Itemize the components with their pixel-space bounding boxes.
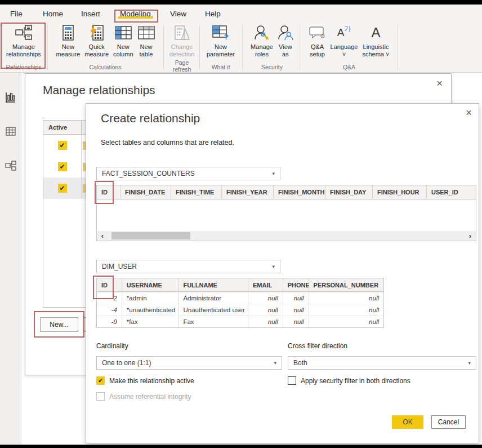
- fact-table-body: [97, 199, 476, 231]
- scrollbar-thumb[interactable]: [111, 232, 190, 239]
- tab-file[interactable]: File: [10, 7, 23, 20]
- new-column-button[interactable]: Newcolumn: [111, 23, 135, 59]
- cancel-button[interactable]: Cancel: [431, 415, 466, 429]
- selected-tab-underline: [118, 16, 153, 19]
- cell-email: null: [248, 292, 283, 304]
- cell-personal-number: null: [309, 304, 383, 316]
- fact-col-header[interactable]: FINISH_TIME: [171, 185, 222, 199]
- table-row[interactable]: -4 *unauthenticated Unauthenticated user…: [97, 304, 383, 316]
- button-label: Quickmeasure: [84, 43, 109, 58]
- fact-col-header[interactable]: FINISH_MONTH: [274, 185, 325, 199]
- button-label: Viewas: [279, 43, 292, 58]
- ribbon-group-security: Manageroles Viewas Security: [246, 19, 298, 73]
- cross-filter-select[interactable]: Both ▾: [288, 356, 476, 370]
- dim-col-header[interactable]: EMAIL: [248, 278, 283, 291]
- fact-col-header[interactable]: FINISH_YEAR: [222, 185, 274, 199]
- svg-text:?: ?: [224, 33, 229, 40]
- model-view-icon[interactable]: [5, 160, 16, 171]
- tab-home[interactable]: Home: [43, 7, 63, 20]
- manage-roles-button[interactable]: Manageroles: [249, 23, 275, 59]
- horizontal-scrollbar[interactable]: ‹ ›: [97, 231, 476, 241]
- fact-col-header[interactable]: FINISH_DAY: [325, 185, 373, 199]
- ok-button[interactable]: OK: [392, 415, 423, 429]
- change-detection-button[interactable]: Changedetection: [168, 23, 197, 59]
- chevron-down-icon: ▾: [274, 360, 276, 366]
- active-checkbox[interactable]: ✔: [58, 162, 67, 171]
- chevron-down-icon: ▾: [468, 360, 471, 366]
- tab-insert[interactable]: Insert: [81, 7, 100, 20]
- speech-bubble-gear-icon: ⚙: [309, 24, 326, 42]
- new-table-button[interactable]: Newtable: [136, 23, 157, 59]
- table-column-icon: [115, 24, 132, 42]
- unchecked-checkbox-icon[interactable]: [288, 376, 296, 385]
- active-checkbox[interactable]: ✔: [58, 184, 67, 193]
- view-sidebar: [0, 73, 21, 445]
- view-as-button[interactable]: Viewas: [276, 23, 295, 59]
- table-row[interactable]: -9 *fax Fax null null null: [97, 316, 383, 327]
- ribbon: File Home Insert Modeling View Help: [0, 5, 482, 73]
- ribbon-group-what-if: ? Newparameter What if: [203, 19, 239, 73]
- cell-email: null: [248, 316, 283, 327]
- linguistic-schema-button[interactable]: A Linguisticschema ˅: [360, 23, 391, 59]
- scroll-right-icon[interactable]: ›: [465, 231, 476, 241]
- lightning-calculator-icon: [90, 24, 104, 42]
- cell-personal-number: null: [309, 292, 383, 304]
- cross-filter-value: Both: [293, 359, 307, 367]
- cardinality-select[interactable]: One to one (1:1) ▾: [96, 356, 282, 370]
- manage-relationships-button[interactable]: Managerelationships: [5, 23, 43, 59]
- ribbon-separator: [398, 25, 398, 70]
- qa-setup-button[interactable]: ⚙ Q&Asetup: [307, 23, 328, 59]
- make-active-checkbox-row[interactable]: ✔ Make this relationship active: [96, 376, 194, 385]
- close-icon[interactable]: ×: [436, 79, 443, 88]
- create-dialog-subtitle: Select tables and columns that are relat…: [101, 139, 234, 147]
- parameter-table-icon: ?: [212, 24, 229, 42]
- svg-text:⚙: ⚙: [320, 33, 325, 39]
- quick-measure-button[interactable]: Quickmeasure: [83, 23, 110, 59]
- disabled-checkbox-icon: [96, 392, 105, 401]
- report-view-icon[interactable]: [5, 92, 16, 103]
- language-button[interactable]: A가 Language˅: [329, 23, 360, 59]
- data-view-icon[interactable]: [5, 126, 16, 137]
- tab-help[interactable]: Help: [205, 7, 221, 20]
- chevron-down-icon: ▾: [272, 264, 275, 269]
- cell-id: -2: [97, 292, 122, 304]
- close-icon[interactable]: ×: [466, 108, 472, 117]
- button-label: Language˅: [331, 43, 358, 58]
- fact-col-header[interactable]: FINISH_HOUR: [373, 185, 427, 199]
- new-measure-button[interactable]: Newmeasure: [54, 23, 82, 59]
- group-label-relationships: Relationships: [1, 64, 46, 73]
- new-relationship-button[interactable]: New...: [40, 317, 78, 332]
- fact-col-header[interactable]: USER_ID: [427, 185, 476, 199]
- make-active-label: Make this relationship active: [109, 377, 194, 385]
- dim-col-header[interactable]: FULLNAME: [178, 278, 248, 291]
- ribbon-group-page-refresh: Changedetection Page refresh: [166, 19, 198, 73]
- scroll-left-icon[interactable]: ‹: [97, 231, 108, 241]
- table-row[interactable]: -2 *admin Administrator null null null: [97, 292, 383, 304]
- fact-col-header[interactable]: FINISH_DATE: [120, 185, 171, 199]
- dim-col-header[interactable]: USERNAME: [122, 278, 179, 291]
- group-label-page-refresh: Page refresh: [166, 59, 198, 75]
- tab-view[interactable]: View: [170, 7, 186, 20]
- cardinality-label: Cardinality: [96, 342, 128, 350]
- cell-username: *admin: [122, 292, 179, 304]
- checked-checkbox-icon[interactable]: ✔: [96, 376, 105, 385]
- group-label-what-if: What if: [203, 64, 239, 73]
- cell-phone: null: [283, 304, 309, 316]
- new-parameter-button[interactable]: ? Newparameter: [205, 23, 236, 59]
- cross-filter-label: Cross filter direction: [288, 342, 347, 350]
- group-label-calculations: Calculations: [50, 64, 161, 73]
- active-checkbox[interactable]: ✔: [58, 141, 67, 150]
- security-filter-checkbox-row[interactable]: Apply security filter in both directions: [288, 376, 410, 385]
- button-label: Newcolumn: [113, 43, 133, 58]
- button-label: Q&Asetup: [310, 43, 325, 58]
- dim-col-header[interactable]: PHONE: [283, 278, 309, 291]
- calculator-icon: [62, 24, 74, 42]
- chevron-down-icon: ▾: [272, 171, 275, 176]
- table2-select[interactable]: DIM_USER ▾: [96, 260, 280, 273]
- fact-col-header[interactable]: ID: [97, 185, 120, 199]
- dim-col-header[interactable]: ID: [97, 278, 122, 291]
- table1-select[interactable]: FACT_SESSION_COUNTERS ▾: [96, 167, 280, 180]
- fact-table-header: ID FINISH_DATE FINISH_TIME FINISH_YEAR F…: [97, 185, 476, 199]
- dim-col-header[interactable]: PERSONAL_NUMBER: [309, 278, 383, 291]
- cell-personal-number: null: [309, 316, 383, 327]
